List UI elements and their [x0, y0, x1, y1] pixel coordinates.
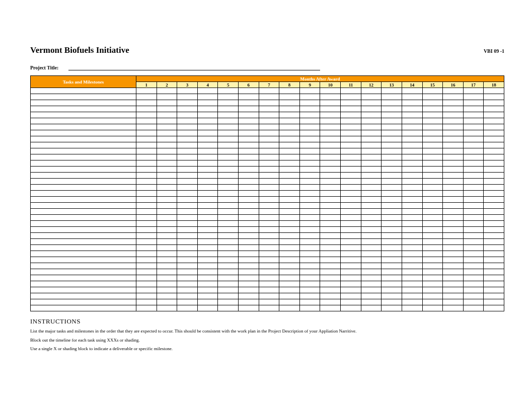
month-cell: [422, 287, 443, 293]
month-cell: [197, 112, 218, 118]
month-cell: [259, 191, 279, 197]
month-cell: [320, 88, 341, 94]
month-cell: [484, 88, 504, 94]
month-cell: [218, 269, 239, 275]
month-cell: [177, 167, 198, 173]
month-cell: [279, 227, 300, 233]
month-cell: [320, 142, 341, 148]
month-cell: [299, 130, 320, 136]
month-cell: [157, 185, 177, 191]
month-cell: [299, 185, 320, 191]
month-cell: [402, 215, 422, 221]
month-cell: [239, 154, 259, 160]
month-cell: [382, 173, 402, 179]
month-cell: [361, 142, 382, 148]
month-cell: [422, 185, 443, 191]
month-cell: [177, 227, 198, 233]
task-cell: [31, 215, 136, 221]
month-cell: [320, 263, 341, 269]
month-cell: [341, 106, 361, 112]
month-cell: [361, 100, 382, 106]
month-cell: [259, 203, 279, 209]
month-cell: [136, 245, 157, 251]
month-cell: [299, 203, 320, 209]
month-header-13: 13: [382, 82, 402, 88]
month-cell: [422, 257, 443, 263]
month-cell: [279, 221, 300, 227]
month-cell: [341, 275, 361, 281]
month-cell: [218, 167, 239, 173]
month-cell: [239, 281, 259, 287]
month-header-18: 18: [484, 82, 504, 88]
month-cell: [218, 275, 239, 281]
month-cell: [218, 245, 239, 251]
month-cell: [422, 191, 443, 197]
table-row: [31, 233, 504, 239]
month-cell: [177, 245, 198, 251]
month-cell: [382, 275, 402, 281]
month-cell: [157, 245, 177, 251]
month-cell: [361, 124, 382, 130]
task-cell: [31, 239, 136, 245]
month-cell: [197, 293, 218, 299]
month-cell: [361, 269, 382, 275]
month-cell: [218, 154, 239, 160]
month-cell: [259, 142, 279, 148]
month-cell: [218, 94, 239, 100]
month-cell: [402, 257, 422, 263]
month-cell: [177, 197, 198, 203]
month-cell: [361, 88, 382, 94]
month-cell: [361, 233, 382, 239]
month-cell: [197, 209, 218, 215]
task-cell: [31, 185, 136, 191]
month-cell: [382, 191, 402, 197]
month-cell: [157, 215, 177, 221]
month-cell: [136, 239, 157, 245]
month-cell: [341, 142, 361, 148]
month-cell: [463, 130, 484, 136]
month-cell: [382, 106, 402, 112]
instructions-title: INSTRUCTIONS: [30, 317, 504, 325]
month-cell: [157, 263, 177, 269]
month-cell: [382, 305, 402, 311]
month-cell: [218, 142, 239, 148]
month-cell: [218, 148, 239, 154]
month-header-3: 3: [177, 82, 198, 88]
month-cell: [361, 112, 382, 118]
month-cell: [136, 130, 157, 136]
month-cell: [218, 239, 239, 245]
month-cell: [320, 233, 341, 239]
month-cell: [157, 293, 177, 299]
month-cell: [320, 118, 341, 124]
month-cell: [177, 112, 198, 118]
month-cell: [484, 160, 504, 167]
month-cell: [279, 88, 300, 94]
month-cell: [402, 209, 422, 215]
month-cell: [136, 281, 157, 287]
month-cell: [218, 215, 239, 221]
month-cell: [259, 227, 279, 233]
month-cell: [443, 191, 464, 197]
month-cell: [279, 112, 300, 118]
month-cell: [484, 215, 504, 221]
table-row: [31, 245, 504, 251]
month-cell: [341, 112, 361, 118]
month-cell: [382, 257, 402, 263]
month-cell: [463, 245, 484, 251]
month-cell: [320, 299, 341, 305]
month-cell: [299, 269, 320, 275]
table-row: [31, 215, 504, 221]
month-cell: [402, 148, 422, 154]
month-cell: [136, 94, 157, 100]
month-cell: [218, 221, 239, 227]
month-cell: [484, 142, 504, 148]
month-cell: [177, 148, 198, 154]
month-cell: [157, 257, 177, 263]
month-cell: [341, 154, 361, 160]
task-cell: [31, 305, 136, 311]
month-cell: [279, 257, 300, 263]
month-cell: [361, 179, 382, 185]
month-cell: [463, 233, 484, 239]
month-cell: [157, 112, 177, 118]
month-cell: [299, 136, 320, 142]
